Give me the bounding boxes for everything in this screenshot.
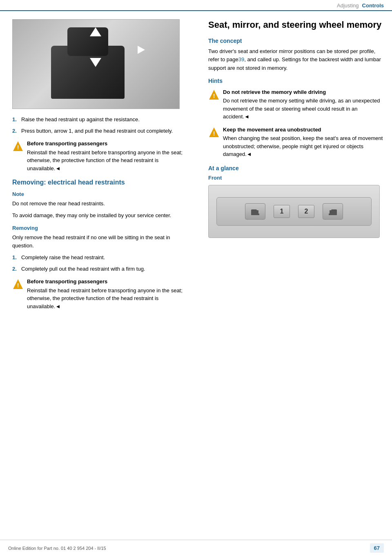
front-heading: Front: [208, 175, 384, 181]
removing-text: Only remove the head restraint if no one…: [12, 234, 188, 251]
warning-text-2: Reinstall the head restraint before tran…: [27, 287, 183, 309]
hint-text-2: When changing the seat position, keep th…: [223, 135, 383, 157]
memory-button-2[interactable]: 2: [298, 205, 314, 218]
step-2: 2. Press button, arrow 1, and pull the h…: [12, 127, 188, 135]
main-content: 1. Raise the head restraint up against t…: [0, 11, 392, 322]
step2-1: 1. Completely raise the head restraint.: [12, 254, 188, 262]
headrest-illustration: [67, 27, 108, 56]
svg-text:!: !: [213, 93, 215, 99]
hint-triangle-icon-1: !: [208, 89, 220, 100]
hint-title-2: Keep the movement area unobstructed: [223, 126, 384, 134]
step-1-num: 1.: [12, 116, 21, 124]
warning-title-2: Before transporting passengers: [27, 278, 188, 286]
step2-2-num: 2.: [12, 265, 21, 273]
svg-text:!: !: [213, 130, 215, 137]
right-column: Seat, mirror, and steering wheel memory …: [200, 11, 392, 322]
warning-text-1: Reinstall the head restraint before tran…: [27, 149, 183, 171]
footer-text: Online Edition for Part no. 01 40 2 954 …: [8, 546, 106, 551]
step-2-num: 2.: [12, 127, 21, 135]
step2-1-text: Completely raise the head restraint.: [21, 254, 105, 262]
page-header: Adjusting Controls: [0, 0, 392, 11]
warning-box-2: ! Before transporting passengers Reinsta…: [12, 278, 188, 310]
svg-rect-9: [251, 214, 259, 215]
arrow-down-icon: [90, 58, 101, 67]
concept-heading: The concept: [208, 38, 384, 44]
svg-rect-10: [256, 210, 258, 214]
svg-text:!: !: [17, 144, 19, 151]
warning-title-1: Before transporting passengers: [27, 140, 188, 148]
warning-content-2: Before transporting passengers Reinstall…: [27, 278, 188, 310]
page-footer: Online Edition for Part no. 01 40 2 954 …: [0, 540, 392, 556]
hints-heading: Hints: [208, 78, 384, 84]
warning-box-1: ! Before transporting passengers Reinsta…: [12, 140, 188, 172]
left-column: 1. Raise the head restraint up against t…: [0, 11, 200, 322]
step2-2-text: Completely pull out the head restraint w…: [21, 265, 145, 273]
svg-rect-13: [330, 210, 332, 214]
hint-box-1: ! Do not retrieve the memory while drivi…: [208, 88, 384, 121]
step-2-text: Press button, arrow 1, and pull the head…: [21, 127, 173, 135]
arrow-right-icon: [138, 46, 145, 54]
note-text-1: Do not remove the rear head restraints.: [12, 200, 188, 208]
page-title: Seat, mirror, and steering wheel memory: [208, 19, 384, 31]
memory-button-1[interactable]: 1: [274, 205, 290, 218]
hint-content-1: Do not retrieve the memory while driving…: [223, 88, 384, 121]
panel-controls: 1 2: [216, 197, 372, 226]
step-1-text: Raise the head restraint up against the …: [21, 116, 140, 124]
head-restraint-image: [12, 19, 180, 109]
steps-list-1: 1. Raise the head restraint up against t…: [12, 116, 188, 135]
hint-text-1: Do not retrieve the memory setting while…: [223, 98, 380, 120]
warning-triangle-icon-2: !: [12, 278, 24, 290]
step2-2: 2. Completely pull out the head restrain…: [12, 265, 188, 273]
steps-list-2: 1. Completely raise the head restraint. …: [12, 254, 188, 273]
hint-box-2: ! Keep the movement area unobstructed Wh…: [208, 126, 384, 158]
svg-text:!: !: [17, 282, 19, 289]
note-text-2: To avoid damage, they may only be instal…: [12, 211, 188, 220]
svg-rect-12: [329, 214, 337, 215]
warning-content-1: Before transporting passengers Reinstall…: [27, 140, 188, 172]
right-seat-button: [323, 203, 343, 220]
hint-content-2: Keep the movement area unobstructed When…: [223, 126, 384, 158]
note-heading: Note: [12, 191, 188, 197]
removing-heading: Removing: [12, 225, 188, 231]
hint-title-1: Do not retrieve the memory while driving: [223, 88, 384, 96]
step-1: 1. Raise the head restraint up against t…: [12, 116, 188, 124]
footer-page-number: 67: [370, 543, 384, 553]
concept-text: Two driver's seat and exterior mirror po…: [208, 47, 384, 73]
section-heading-removing: Removing: electrical head restraints: [12, 179, 188, 186]
front-panel-image: 1 2: [208, 185, 380, 238]
warning-triangle-icon-1: !: [12, 140, 24, 152]
arrow-up-icon: [90, 27, 101, 36]
header-adjusting: Adjusting: [337, 2, 359, 9]
hint-triangle-icon-2: !: [208, 127, 220, 138]
step2-1-num: 1.: [12, 254, 21, 262]
at-glance-heading: At a glance: [208, 165, 384, 171]
concept-page-link[interactable]: 39: [238, 56, 244, 62]
header-controls: Controls: [362, 2, 384, 9]
left-seat-button: [245, 203, 265, 220]
